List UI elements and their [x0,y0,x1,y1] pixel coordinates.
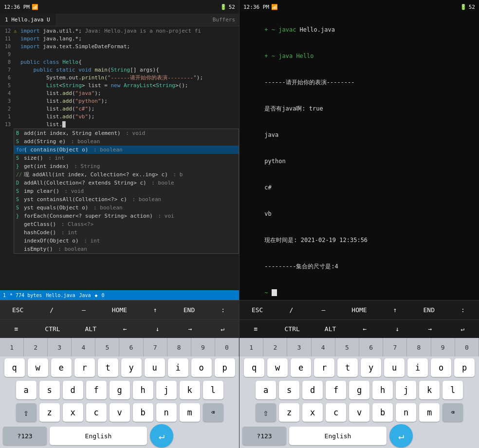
right-sym-key[interactable]: ?123 [242,427,286,445]
right-key-k[interactable]: k [419,381,440,399]
right-key-esc[interactable]: ESC [248,304,267,316]
shift-key[interactable]: ⇧ [16,403,37,422]
active-tab[interactable]: 1 Hello.java U [0,14,55,26]
num-3[interactable]: 3 [48,338,72,356]
key-l[interactable]: l [203,381,223,399]
right-num-0[interactable]: 0 [455,338,479,356]
autocomplete-dropdown[interactable]: B add(int index, String element) : void … [14,129,239,254]
space-key[interactable]: English [50,427,147,445]
enter-key[interactable]: ↵ [150,424,173,448]
right-key-ctrl[interactable]: CTRL [281,323,304,335]
key-right-arrow[interactable]: → [183,323,198,335]
key-a[interactable]: a [16,381,37,399]
right-key-home[interactable]: HOME [348,304,370,316]
key-end[interactable]: END [180,304,199,316]
right-num-9[interactable]: 9 [431,338,455,356]
right-num-8[interactable]: 8 [407,338,431,356]
autocomplete-item-15[interactable]: isEmpty() : boolean [14,245,239,253]
right-key-right[interactable]: → [422,323,438,335]
right-keyboard[interactable]: 1 2 3 4 5 6 7 8 9 0 q w e r t y u i o p [240,338,479,448]
right-key-o[interactable]: o [431,358,451,377]
left-keyboard[interactable]: 1 2 3 4 5 6 7 8 9 0 q w e r t y u i o p [0,338,239,448]
code-editor[interactable]: 12 ⚠ import java.util.*; Java: Hello.jav… [0,26,239,290]
terminal-output[interactable]: + ~ javac Hello.java + ~ java Hello ----… [240,14,479,300]
key-dash[interactable]: — [76,304,92,316]
num-6[interactable]: 6 [119,338,143,356]
autocomplete-item-12[interactable]: getClass() : Class<?> [14,220,239,228]
key-x[interactable]: x [63,403,83,422]
key-k[interactable]: k [180,381,200,399]
right-key-l[interactable]: l [442,381,463,399]
autocomplete-item-6[interactable]: // 现 addAll(int index, Collection<? ex..… [14,170,239,179]
right-key-left[interactable]: ← [357,323,372,335]
key-j[interactable]: j [156,381,177,399]
right-key-g[interactable]: g [349,381,369,399]
autocomplete-item-1[interactable]: B add(int index, String element) : void [14,129,239,137]
right-key-u[interactable]: u [384,358,405,377]
right-key-z[interactable]: z [279,403,299,422]
num-7[interactable]: 7 [144,338,167,356]
num-1[interactable]: 1 [0,338,24,356]
autocomplete-item-11[interactable]: } forEach(Consumer<? super String> actio… [14,212,239,220]
num-9[interactable]: 9 [191,338,215,356]
buffers-button[interactable]: Buffers [209,14,239,26]
right-num-1[interactable]: 1 [240,338,263,356]
key-u[interactable]: u [145,358,165,377]
key-s[interactable]: s [39,381,60,399]
right-key-t[interactable]: t [337,358,358,377]
right-key-m[interactable]: m [419,403,440,422]
left-editor-area[interactable]: 1 Hello.java U Buffers 12 ⚠ import java.… [0,14,239,300]
autocomplete-item-10[interactable]: S yst equals(Object o) : boolean [14,204,239,212]
delete-key[interactable]: ⌫ [203,403,223,422]
key-q[interactable]: q [4,358,25,377]
right-key-hamburger[interactable]: ≡ [248,323,264,335]
right-key-s[interactable]: s [279,381,299,399]
key-ctrl[interactable]: CTRL [41,323,64,335]
num-2[interactable]: 2 [24,338,48,356]
right-key-d[interactable]: d [302,381,323,399]
autocomplete-item-8[interactable]: S imp clear() : void [14,187,239,195]
right-key-n[interactable]: n [396,403,416,422]
key-z[interactable]: z [39,403,60,422]
key-g[interactable]: g [110,381,130,399]
key-up[interactable]: ↑ [147,304,163,316]
autocomplete-item-4[interactable]: S size() : int [14,154,239,162]
right-key-p[interactable]: p [454,358,475,377]
right-key-q[interactable]: q [244,358,264,377]
right-num-6[interactable]: 6 [359,338,383,356]
key-e[interactable]: e [51,358,72,377]
autocomplete-item-2[interactable]: S add(String e) : boolean [14,137,239,146]
autocomplete-item-14[interactable]: indexOf(Object o) : int [14,237,239,245]
key-slash[interactable]: / [44,304,59,316]
num-5[interactable]: 5 [95,338,119,356]
num-4[interactable]: 4 [72,338,95,356]
key-down[interactable]: ↓ [150,323,166,335]
right-num-3[interactable]: 3 [287,338,311,356]
right-key-e[interactable]: e [291,358,311,377]
key-enter[interactable]: ↵ [215,323,230,335]
key-h[interactable]: h [133,381,153,399]
sym-key[interactable]: ?123 [3,427,47,445]
key-i[interactable]: i [168,358,188,377]
right-key-a[interactable]: a [256,381,276,399]
key-r[interactable]: r [74,358,95,377]
right-key-up[interactable]: ↑ [387,304,403,316]
right-num-2[interactable]: 2 [263,338,287,356]
autocomplete-item-3[interactable]: for ( contains(Object o) : boolean [14,146,239,154]
right-key-enter[interactable]: ↵ [455,323,470,335]
key-colon[interactable]: : [215,304,231,316]
right-key-b[interactable]: b [372,403,393,422]
key-b[interactable]: b [133,403,153,422]
key-o[interactable]: o [191,358,212,377]
right-key-j[interactable]: j [396,381,416,399]
right-key-f[interactable]: f [326,381,346,399]
right-key-down[interactable]: ↓ [389,323,405,335]
right-enter-key[interactable]: ↵ [389,424,413,448]
key-alt[interactable]: ALT [81,323,100,335]
key-esc[interactable]: ESC [8,304,27,316]
key-left-arrow[interactable]: ← [117,323,133,335]
right-space-key[interactable]: English [289,427,387,445]
key-t[interactable]: t [98,358,118,377]
key-f[interactable]: f [86,381,107,399]
key-d[interactable]: d [63,381,83,399]
